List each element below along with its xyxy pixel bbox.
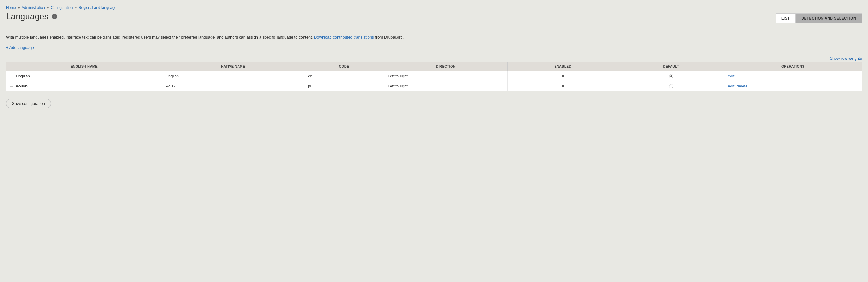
- col-header-default: DEFAULT: [618, 62, 724, 71]
- breadcrumb-regional[interactable]: Regional and language: [79, 5, 116, 10]
- table-header-row: ENGLISH NAME NATIVE NAME CODE DIRECTION …: [6, 62, 862, 71]
- page-title-text: Languages: [6, 11, 49, 22]
- direction-value-polish: Left to right: [388, 84, 408, 88]
- default-radio-polish[interactable]: [669, 84, 673, 88]
- delete-link-polish[interactable]: delete: [737, 84, 747, 88]
- tab-detection[interactable]: DETECTION AND SELECTION: [796, 13, 862, 23]
- breadcrumb-sep2: »: [47, 5, 49, 10]
- col-header-native-name: NATIVE NAME: [162, 62, 304, 71]
- table-row: ✛ English English en Left to right: [6, 71, 862, 81]
- tab-list[interactable]: LIST: [776, 13, 796, 23]
- direction-cell-english: Left to right: [384, 71, 507, 81]
- col-header-direction: DIRECTION: [384, 62, 507, 71]
- add-language-icon[interactable]: +: [52, 14, 57, 19]
- description-text: With multiple languages enabled, interfa…: [6, 34, 862, 40]
- description-text2: from Drupal.org.: [374, 35, 404, 39]
- tabs-container: LIST DETECTION AND SELECTION: [776, 13, 862, 23]
- code-value-english: en: [308, 74, 312, 78]
- default-radio-english[interactable]: [669, 74, 673, 78]
- col-header-operations: OPERATIONS: [724, 62, 862, 71]
- edit-link-english[interactable]: edit: [728, 74, 734, 78]
- enabled-checkbox-polish[interactable]: [561, 84, 565, 88]
- operations-cell-polish: edit delete: [724, 81, 862, 91]
- breadcrumb: Home » Administration » Configuration » …: [6, 3, 862, 10]
- page-wrapper: Home » Administration » Configuration » …: [0, 0, 868, 118]
- breadcrumb-home[interactable]: Home: [6, 5, 16, 10]
- polish-name-value: Polish: [16, 84, 28, 88]
- table-row: ✛ Polish Polski pl Left to right: [6, 81, 862, 91]
- description-text1: With multiple languages enabled, interfa…: [6, 35, 314, 39]
- show-row-weights-wrapper: Show row weights: [6, 56, 862, 61]
- col-header-english-name: ENGLISH NAME: [6, 62, 162, 71]
- native-name-cell-english: English: [162, 71, 304, 81]
- english-name-value: English: [16, 74, 30, 78]
- languages-table: ENGLISH NAME NATIVE NAME CODE DIRECTION …: [6, 62, 862, 91]
- native-name-cell-polish: Polski: [162, 81, 304, 91]
- drag-handle-english[interactable]: ✛: [10, 74, 14, 79]
- drag-handle-polish[interactable]: ✛: [10, 84, 14, 89]
- default-cell-english: [618, 71, 724, 81]
- code-value-polish: pl: [308, 84, 311, 88]
- page-title: Languages +: [6, 11, 57, 22]
- enabled-cell-polish: [507, 81, 618, 91]
- enabled-cell-english: [507, 71, 618, 81]
- table-header: ENGLISH NAME NATIVE NAME CODE DIRECTION …: [6, 62, 862, 71]
- default-cell-polish: [618, 81, 724, 91]
- add-language-link[interactable]: + Add language: [6, 45, 34, 50]
- col-header-code: CODE: [304, 62, 384, 71]
- operations-cell-english: edit: [724, 71, 862, 81]
- code-cell-polish: pl: [304, 81, 384, 91]
- english-name-cell: ✛ English: [6, 71, 162, 81]
- native-name-value-polish: Polski: [165, 84, 176, 88]
- breadcrumb-sep3: »: [75, 5, 77, 10]
- download-translations-link[interactable]: Download contributed translations: [314, 35, 374, 39]
- content-area: With multiple languages enabled, interfa…: [6, 28, 862, 111]
- breadcrumb-configuration[interactable]: Configuration: [51, 5, 72, 10]
- table-body: ✛ English English en Left to right: [6, 71, 862, 91]
- breadcrumb-administration[interactable]: Administration: [22, 5, 45, 10]
- direction-value-english: Left to right: [388, 74, 408, 78]
- show-row-weights-link[interactable]: Show row weights: [830, 56, 862, 61]
- english-name-cell-polish: ✛ Polish: [6, 81, 162, 91]
- page-header: Languages + LIST DETECTION AND SELECTION: [6, 11, 862, 23]
- native-name-value-english: English: [165, 74, 179, 78]
- edit-link-polish[interactable]: edit: [728, 84, 734, 88]
- breadcrumb-sep1: »: [18, 5, 20, 10]
- code-cell-english: en: [304, 71, 384, 81]
- col-header-enabled: ENABLED: [507, 62, 618, 71]
- enabled-checkbox-english[interactable]: [561, 74, 565, 78]
- save-configuration-button[interactable]: Save configuration: [6, 99, 51, 108]
- direction-cell-polish: Left to right: [384, 81, 507, 91]
